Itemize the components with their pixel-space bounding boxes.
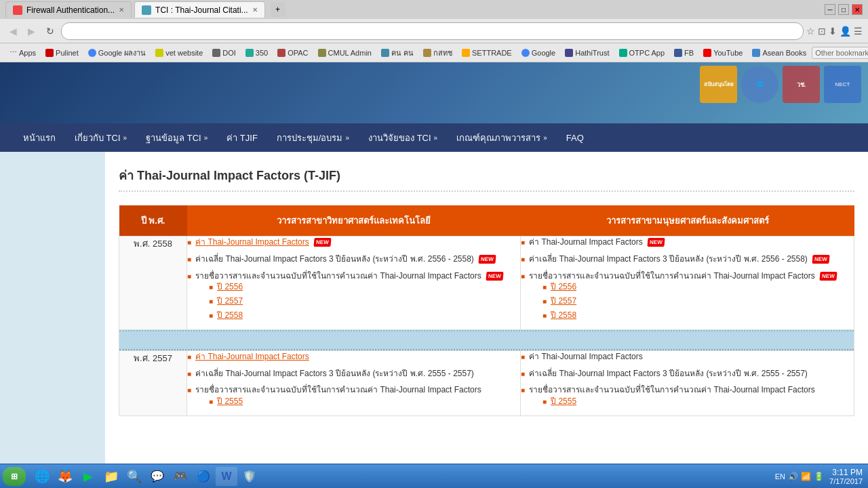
address-bar[interactable]: www.kmutt.ac.th/jif/public_html/T-JIF.ht… [61,22,804,40]
bullet-icon: ■ [542,297,547,306]
list-item: ■ ปี 2557 [542,296,837,307]
tab-1[interactable]: Firewall Authentication... ✕ [5,1,132,18]
bookmark-fb[interactable]: FB [670,47,698,58]
sub-link-2557-2555[interactable]: ปี 2555 [217,396,243,407]
start-button[interactable]: ⊞ [3,467,26,486]
bookmarks-bar: ⋯ Apps Pulinet Google ผลงาน vet website … [0,43,868,62]
taskbar-steam-icon[interactable]: 🎮 [170,467,191,486]
url-input[interactable]: www.kmutt.ac.th/jif/public_html/T-JIF.ht… [68,26,796,36]
nav-about[interactable]: เกี่ยวกับ TCI » [65,124,136,152]
nav-db-arrow: » [204,134,208,142]
new-tab-button[interactable]: + [271,2,285,17]
list-item: ■ ค่าเฉลี่ย Thai-Journal Impact Factors … [521,368,854,380]
taskbar-misc-icon[interactable]: 🛡️ [239,467,260,486]
separator-cell [119,329,854,350]
nav-conference[interactable]: การประชุม/อบรม » [267,124,359,152]
kon-icon [381,49,389,57]
th-year: ปี พ.ศ. [119,205,187,237]
sub-link-2556[interactable]: ปี 2556 [217,281,243,293]
nav-res-arrow: » [434,134,438,142]
opac-icon [277,49,285,57]
tjif-link-2557-sci[interactable]: ค่า Thai-Journal Impact Factors [195,352,309,361]
taskbar-firefox-icon[interactable]: 🦊 [54,467,76,486]
doi-icon [212,49,220,57]
tab2-close[interactable]: ✕ [252,6,258,14]
item-text: ค่าเฉลี่ย Thai-Journal Impact Factors 3 … [195,253,496,265]
volume-icon[interactable]: 🔊 [788,472,798,481]
nav-tjif[interactable]: ค่า TJIF [217,124,267,152]
vet-icon [155,49,163,57]
battery-icon: 🔋 [814,472,824,481]
browser-nav-icons: ☆ ⊡ ⬇ 👤 ☰ [806,26,863,37]
account-icon[interactable]: 👤 [840,26,851,37]
bookmark-vet[interactable]: vet website [151,47,207,58]
nav-home[interactable]: หน้าแรก [14,124,65,152]
close-button[interactable]: ✕ [852,4,863,15]
nav-quality[interactable]: เกณฑ์คุณภาพวารสาร » [447,124,557,152]
taskbar-ie-icon[interactable]: 🌐 [31,467,53,486]
bookmark-google[interactable]: Google [517,47,559,58]
maximize-button[interactable]: □ [838,4,849,15]
sub-link-c2-2557-2555[interactable]: ปี 2555 [551,396,576,407]
item-text: ค่าเฉลี่ย Thai-Journal Impact Factors 3 … [529,368,808,380]
forward-button[interactable]: ▶ [24,24,39,39]
network-icon[interactable]: 📶 [801,472,811,481]
bookmark-google-phon[interactable]: Google ผลงาน [84,45,151,60]
taskbar-search-icon[interactable]: 🔍 [123,467,145,486]
bookmark-otpc[interactable]: OTPC App [615,47,669,58]
sub-link-c2-2557[interactable]: ปี 2557 [551,296,576,307]
tab1-close[interactable]: ✕ [119,6,124,14]
table-row-2557: พ.ศ. 2557 ■ ค่า Thai-Journal Impact Fact… [119,350,854,415]
bookmark-hathi[interactable]: HathiTrust [561,47,613,58]
taskbar-folder-icon[interactable]: 📁 [100,467,122,486]
sub-link-c2-2556[interactable]: ปี 2556 [551,281,576,293]
nav-faq[interactable]: FAQ [557,126,593,150]
bookmark-asean[interactable]: Asean Books [748,47,810,58]
sub-link-c2-2558[interactable]: ปี 2558 [551,310,576,321]
list-item: ■ รายชื่อวารสารและจำนวนฉบับที่ใช้ในการคำ… [187,270,520,324]
sub-link-2558[interactable]: ปี 2558 [217,310,243,321]
bookmark-opac[interactable]: OPAC [273,47,312,58]
taskbar-line-icon[interactable]: 💬 [146,467,168,486]
item-text: รายชื่อวารสารและจำนวนฉบับที่ใช้ในการคำนว… [529,271,837,281]
sub-link-2557[interactable]: ปี 2557 [217,296,243,307]
nav-database[interactable]: ฐานข้อมูล TCI » [136,124,217,152]
bookmark-settrade[interactable]: SETTRADE [458,47,516,58]
taskbar-chrome-icon[interactable]: 🔵 [193,467,214,486]
clock: 3:11 PM 7/17/2017 [829,468,863,485]
more-bookmarks-button[interactable]: Other bookmarks [812,47,868,59]
bookmark-doi[interactable]: DOI [208,47,240,58]
list-item: ■ ปี 2555 [542,396,815,407]
bookmark-350[interactable]: 350 [241,47,272,58]
bookmark-ksm[interactable]: กสทช [419,45,456,60]
col1-cell-2558: ■ ค่า Thai-Journal Impact Factors NEW ■ … [187,237,521,330]
hathi-icon [565,49,573,57]
tab-2[interactable]: TCI : Thai-Journal Citati... ✕ [134,1,265,18]
lang-indicator[interactable]: EN [775,472,785,481]
item-text: รายชื่อวารสารและจำนวนฉบับที่ใช้ในการคำนว… [195,385,481,394]
bookmark-youtube[interactable]: YouTube [699,47,747,58]
logo4: NECT [824,66,861,103]
tjif-link-2558-sci[interactable]: ค่า Thai-Journal Impact Factors [195,237,309,247]
settings-icon[interactable]: ☰ [854,26,863,37]
cast-icon[interactable]: ⊡ [818,26,826,37]
bookmark-cmul[interactable]: CMUL Admin [314,47,376,58]
taskbar-right: EN 🔊 📶 🔋 3:11 PM 7/17/2017 [775,468,868,485]
list-item: ■ รายชื่อวารสารและจำนวนฉบับที่ใช้ในการคำ… [521,270,854,324]
bookmark-pulinet[interactable]: Pulinet [41,47,83,58]
bookmark-star-icon[interactable]: ☆ [806,26,815,37]
bookmark-apps[interactable]: ⋯ Apps [5,47,40,58]
download-icon[interactable]: ⬇ [829,26,837,37]
nav-research[interactable]: งานวิจัยของ TCI » [359,124,447,152]
pulinet-icon [45,49,54,57]
bookmark-kon[interactable]: คน ฅน [377,45,418,60]
search-icon: 🔍 [127,469,142,484]
back-button[interactable]: ◀ [5,24,21,39]
browser-chrome: Firewall Authentication... ✕ TCI : Thai-… [0,0,868,62]
taskbar-word-icon[interactable]: W [216,467,237,486]
minimize-button[interactable]: ─ [825,4,835,15]
reload-button[interactable]: ↻ [42,24,58,39]
taskbar: ⊞ 🌐 🦊 ▶ 📁 🔍 💬 🎮 🔵 W 🛡️ [0,464,868,488]
list-item: ■ ค่า Thai-Journal Impact Factors NEW [521,237,854,248]
taskbar-media-icon[interactable]: ▶ [77,467,99,486]
